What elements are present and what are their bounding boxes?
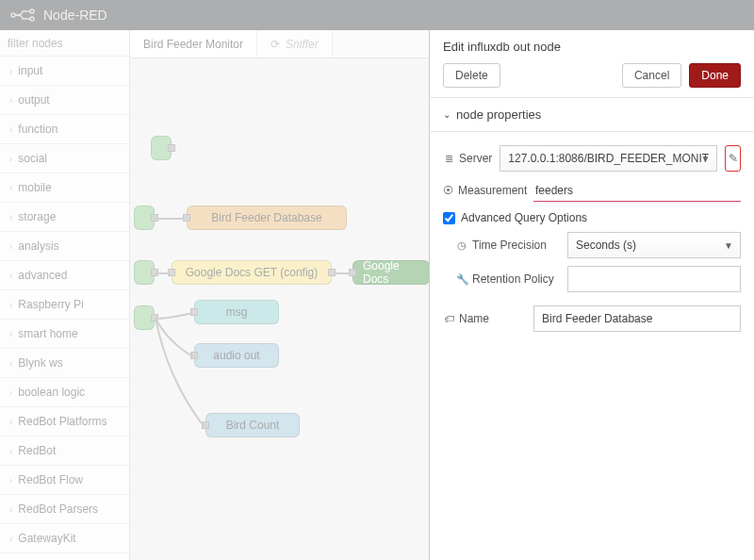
chevron-right-icon: › [9, 446, 12, 456]
measurement-input[interactable] [533, 179, 741, 202]
chevron-right-icon: › [9, 475, 12, 486]
chevron-right-icon: › [9, 212, 12, 222]
chevron-right-icon: › [9, 300, 12, 310]
chevron-right-icon: › [9, 387, 12, 398]
done-button[interactable]: Done [689, 63, 741, 88]
delete-button[interactable]: Delete [443, 63, 500, 88]
svg-point-1 [30, 9, 34, 13]
palette-category[interactable]: ›RedBot Platforms [0, 407, 129, 436]
svg-point-0 [11, 13, 15, 17]
palette-category[interactable]: ›smart home [0, 320, 129, 349]
chevron-right-icon: › [9, 358, 12, 369]
time-precision-select[interactable]: Seconds (s) [567, 232, 741, 258]
clock-icon: ◷ [456, 239, 467, 252]
palette-category[interactable]: ›output [0, 86, 129, 115]
chevron-right-icon: › [9, 241, 12, 252]
cancel-button[interactable]: Cancel [622, 63, 681, 88]
palette-category[interactable]: ›Raspberry Pi [0, 290, 129, 320]
edit-server-button[interactable]: ✎ [725, 145, 741, 172]
palette-category[interactable]: ›analysis [0, 232, 129, 261]
palette-category[interactable]: ›function [0, 115, 129, 144]
chevron-right-icon: › [9, 66, 12, 76]
palette-category[interactable]: ›Blynk ws [0, 349, 129, 378]
palette-category[interactable]: ›GatewayKit [0, 524, 129, 553]
rss-icon: ⦿ [443, 185, 453, 196]
palette-category[interactable]: ›social [0, 144, 129, 173]
logo-icon [9, 8, 36, 23]
tag-icon: 🏷 [443, 313, 454, 324]
server-select[interactable]: 127.0.0.1:8086/BIRD_FEEDER_MONIT [500, 145, 717, 172]
tab-bird-feeder[interactable]: Bird Feeder Monitor [130, 30, 257, 58]
palette-category[interactable]: ›RedBot Flow [0, 466, 129, 495]
chevron-right-icon: › [9, 271, 12, 281]
name-input[interactable] [533, 305, 741, 332]
palette-category[interactable]: ›RedBot Parsers [0, 495, 129, 524]
advanced-checkbox[interactable] [443, 212, 455, 224]
palette-category[interactable]: ›formats [0, 553, 129, 560]
chevron-right-icon: › [9, 124, 12, 135]
palette-category[interactable]: ›input [0, 57, 129, 86]
palette: ›input›output›function›social›mobile›sto… [0, 30, 130, 560]
chevron-right-icon: › [9, 329, 12, 339]
palette-category[interactable]: ›RedBot [0, 436, 129, 466]
edit-panel: Edit influxdb out node Delete Cancel Don… [429, 30, 754, 560]
palette-category[interactable]: ›storage [0, 203, 129, 232]
svg-point-2 [30, 17, 34, 21]
retention-input[interactable] [567, 266, 741, 292]
wrench-icon: 🔧 [456, 273, 467, 286]
app-header: Node-RED [0, 0, 754, 30]
server-icon: ≣ [443, 153, 454, 165]
chevron-right-icon: › [9, 183, 12, 193]
pencil-icon: ✎ [729, 152, 738, 165]
chevron-right-icon: › [9, 417, 12, 427]
section-toggle[interactable]: ⌄node properties [430, 98, 754, 131]
chevron-right-icon: › [9, 504, 12, 515]
panel-title: Edit influxdb out node [430, 30, 754, 63]
chevron-right-icon: › [9, 154, 12, 164]
chevron-right-icon: › [9, 95, 12, 106]
chevron-down-icon: ⌄ [443, 109, 451, 120]
palette-category[interactable]: ›mobile [0, 173, 129, 203]
palette-filter-input[interactable] [4, 35, 125, 52]
tab-sniffer[interactable]: ⟳Sniffer [257, 30, 333, 58]
palette-category[interactable]: ›advanced [0, 261, 129, 290]
app-title: Node-RED [43, 8, 107, 23]
palette-category[interactable]: ›boolean logic [0, 378, 129, 407]
chevron-right-icon: › [9, 534, 12, 544]
